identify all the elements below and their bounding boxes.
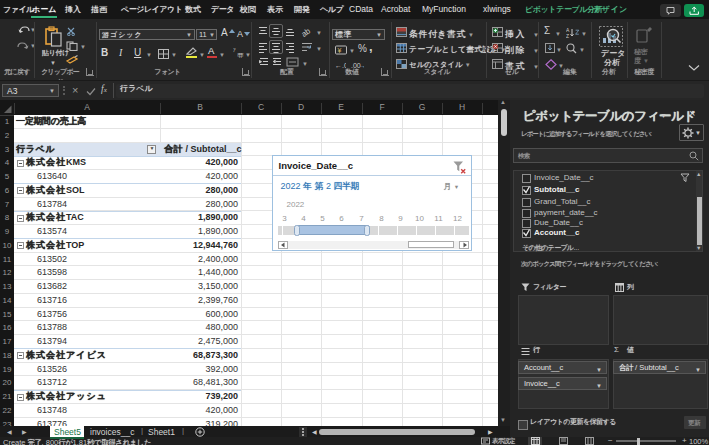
svg-text:ｱ: ｱ: [233, 47, 236, 53]
svg-text:ab: ab: [300, 26, 313, 38]
svg-text:亜: 亜: [237, 52, 244, 59]
svg-text:Z: Z: [566, 33, 569, 38]
svg-text:¥: ¥: [338, 47, 342, 54]
